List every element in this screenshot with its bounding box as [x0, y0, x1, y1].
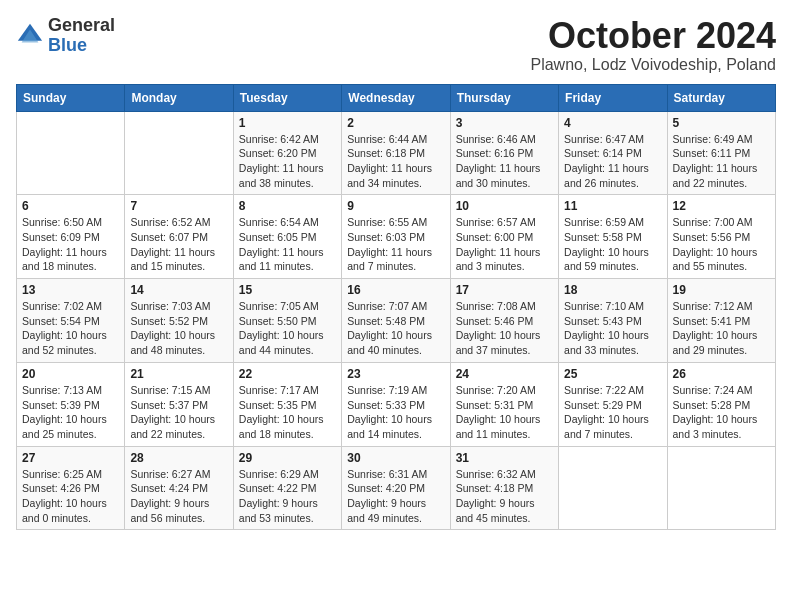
- header-row: SundayMondayTuesdayWednesdayThursdayFrid…: [17, 84, 776, 111]
- calendar-cell: 14Sunrise: 7:03 AM Sunset: 5:52 PM Dayli…: [125, 279, 233, 363]
- calendar-cell: 10Sunrise: 6:57 AM Sunset: 6:00 PM Dayli…: [450, 195, 558, 279]
- day-number: 3: [456, 116, 553, 130]
- week-row-5: 27Sunrise: 6:25 AM Sunset: 4:26 PM Dayli…: [17, 446, 776, 530]
- day-number: 1: [239, 116, 336, 130]
- day-number: 20: [22, 367, 119, 381]
- calendar-cell: 25Sunrise: 7:22 AM Sunset: 5:29 PM Dayli…: [559, 362, 667, 446]
- day-number: 11: [564, 199, 661, 213]
- logo-icon: [16, 22, 44, 50]
- day-info: Sunrise: 7:15 AM Sunset: 5:37 PM Dayligh…: [130, 383, 227, 442]
- day-number: 23: [347, 367, 444, 381]
- day-header-friday: Friday: [559, 84, 667, 111]
- day-info: Sunrise: 6:57 AM Sunset: 6:00 PM Dayligh…: [456, 215, 553, 274]
- calendar-cell: 5Sunrise: 6:49 AM Sunset: 6:11 PM Daylig…: [667, 111, 775, 195]
- day-info: Sunrise: 7:22 AM Sunset: 5:29 PM Dayligh…: [564, 383, 661, 442]
- calendar-cell: 15Sunrise: 7:05 AM Sunset: 5:50 PM Dayli…: [233, 279, 341, 363]
- calendar-cell: 1Sunrise: 6:42 AM Sunset: 6:20 PM Daylig…: [233, 111, 341, 195]
- location: Plawno, Lodz Voivodeship, Poland: [530, 56, 776, 74]
- day-info: Sunrise: 6:54 AM Sunset: 6:05 PM Dayligh…: [239, 215, 336, 274]
- day-number: 16: [347, 283, 444, 297]
- day-number: 7: [130, 199, 227, 213]
- day-info: Sunrise: 6:47 AM Sunset: 6:14 PM Dayligh…: [564, 132, 661, 191]
- day-info: Sunrise: 6:46 AM Sunset: 6:16 PM Dayligh…: [456, 132, 553, 191]
- calendar-cell: 8Sunrise: 6:54 AM Sunset: 6:05 PM Daylig…: [233, 195, 341, 279]
- day-info: Sunrise: 7:19 AM Sunset: 5:33 PM Dayligh…: [347, 383, 444, 442]
- title-block: October 2024 Plawno, Lodz Voivodeship, P…: [530, 16, 776, 74]
- calendar-cell: 18Sunrise: 7:10 AM Sunset: 5:43 PM Dayli…: [559, 279, 667, 363]
- day-number: 9: [347, 199, 444, 213]
- day-number: 8: [239, 199, 336, 213]
- day-info: Sunrise: 7:13 AM Sunset: 5:39 PM Dayligh…: [22, 383, 119, 442]
- day-info: Sunrise: 7:20 AM Sunset: 5:31 PM Dayligh…: [456, 383, 553, 442]
- week-row-2: 6Sunrise: 6:50 AM Sunset: 6:09 PM Daylig…: [17, 195, 776, 279]
- day-header-wednesday: Wednesday: [342, 84, 450, 111]
- calendar-cell: 20Sunrise: 7:13 AM Sunset: 5:39 PM Dayli…: [17, 362, 125, 446]
- day-info: Sunrise: 7:03 AM Sunset: 5:52 PM Dayligh…: [130, 299, 227, 358]
- day-header-sunday: Sunday: [17, 84, 125, 111]
- page-header: General Blue October 2024 Plawno, Lodz V…: [16, 16, 776, 74]
- day-header-tuesday: Tuesday: [233, 84, 341, 111]
- calendar-cell: 13Sunrise: 7:02 AM Sunset: 5:54 PM Dayli…: [17, 279, 125, 363]
- day-info: Sunrise: 7:05 AM Sunset: 5:50 PM Dayligh…: [239, 299, 336, 358]
- calendar-cell: 2Sunrise: 6:44 AM Sunset: 6:18 PM Daylig…: [342, 111, 450, 195]
- day-info: Sunrise: 6:52 AM Sunset: 6:07 PM Dayligh…: [130, 215, 227, 274]
- day-info: Sunrise: 6:59 AM Sunset: 5:58 PM Dayligh…: [564, 215, 661, 274]
- day-info: Sunrise: 6:25 AM Sunset: 4:26 PM Dayligh…: [22, 467, 119, 526]
- calendar-cell: 23Sunrise: 7:19 AM Sunset: 5:33 PM Dayli…: [342, 362, 450, 446]
- calendar-cell: 11Sunrise: 6:59 AM Sunset: 5:58 PM Dayli…: [559, 195, 667, 279]
- calendar-cell: 4Sunrise: 6:47 AM Sunset: 6:14 PM Daylig…: [559, 111, 667, 195]
- day-number: 21: [130, 367, 227, 381]
- day-info: Sunrise: 6:31 AM Sunset: 4:20 PM Dayligh…: [347, 467, 444, 526]
- calendar-cell: [667, 446, 775, 530]
- calendar-cell: 9Sunrise: 6:55 AM Sunset: 6:03 PM Daylig…: [342, 195, 450, 279]
- logo-text: General Blue: [48, 16, 115, 56]
- day-number: 22: [239, 367, 336, 381]
- day-header-saturday: Saturday: [667, 84, 775, 111]
- calendar-cell: 7Sunrise: 6:52 AM Sunset: 6:07 PM Daylig…: [125, 195, 233, 279]
- calendar-table: SundayMondayTuesdayWednesdayThursdayFrid…: [16, 84, 776, 531]
- calendar-cell: 29Sunrise: 6:29 AM Sunset: 4:22 PM Dayli…: [233, 446, 341, 530]
- day-number: 13: [22, 283, 119, 297]
- week-row-3: 13Sunrise: 7:02 AM Sunset: 5:54 PM Dayli…: [17, 279, 776, 363]
- day-number: 27: [22, 451, 119, 465]
- day-number: 29: [239, 451, 336, 465]
- calendar-cell: [559, 446, 667, 530]
- day-info: Sunrise: 6:32 AM Sunset: 4:18 PM Dayligh…: [456, 467, 553, 526]
- day-info: Sunrise: 6:55 AM Sunset: 6:03 PM Dayligh…: [347, 215, 444, 274]
- day-info: Sunrise: 6:50 AM Sunset: 6:09 PM Dayligh…: [22, 215, 119, 274]
- day-info: Sunrise: 7:24 AM Sunset: 5:28 PM Dayligh…: [673, 383, 770, 442]
- calendar-cell: 31Sunrise: 6:32 AM Sunset: 4:18 PM Dayli…: [450, 446, 558, 530]
- week-row-4: 20Sunrise: 7:13 AM Sunset: 5:39 PM Dayli…: [17, 362, 776, 446]
- day-info: Sunrise: 7:02 AM Sunset: 5:54 PM Dayligh…: [22, 299, 119, 358]
- calendar-cell: [17, 111, 125, 195]
- day-number: 4: [564, 116, 661, 130]
- calendar-cell: 3Sunrise: 6:46 AM Sunset: 6:16 PM Daylig…: [450, 111, 558, 195]
- calendar-cell: 26Sunrise: 7:24 AM Sunset: 5:28 PM Dayli…: [667, 362, 775, 446]
- calendar-cell: 24Sunrise: 7:20 AM Sunset: 5:31 PM Dayli…: [450, 362, 558, 446]
- day-info: Sunrise: 7:10 AM Sunset: 5:43 PM Dayligh…: [564, 299, 661, 358]
- calendar-cell: 6Sunrise: 6:50 AM Sunset: 6:09 PM Daylig…: [17, 195, 125, 279]
- calendar-cell: 16Sunrise: 7:07 AM Sunset: 5:48 PM Dayli…: [342, 279, 450, 363]
- logo-general: General: [48, 16, 115, 36]
- calendar-cell: 22Sunrise: 7:17 AM Sunset: 5:35 PM Dayli…: [233, 362, 341, 446]
- day-number: 25: [564, 367, 661, 381]
- calendar-cell: [125, 111, 233, 195]
- calendar-cell: 12Sunrise: 7:00 AM Sunset: 5:56 PM Dayli…: [667, 195, 775, 279]
- day-info: Sunrise: 6:49 AM Sunset: 6:11 PM Dayligh…: [673, 132, 770, 191]
- day-number: 28: [130, 451, 227, 465]
- day-number: 19: [673, 283, 770, 297]
- calendar-cell: 19Sunrise: 7:12 AM Sunset: 5:41 PM Dayli…: [667, 279, 775, 363]
- day-number: 26: [673, 367, 770, 381]
- logo: General Blue: [16, 16, 115, 56]
- day-info: Sunrise: 6:27 AM Sunset: 4:24 PM Dayligh…: [130, 467, 227, 526]
- day-number: 10: [456, 199, 553, 213]
- calendar-cell: 30Sunrise: 6:31 AM Sunset: 4:20 PM Dayli…: [342, 446, 450, 530]
- month-title: October 2024: [530, 16, 776, 56]
- calendar-cell: 27Sunrise: 6:25 AM Sunset: 4:26 PM Dayli…: [17, 446, 125, 530]
- day-info: Sunrise: 7:08 AM Sunset: 5:46 PM Dayligh…: [456, 299, 553, 358]
- day-number: 2: [347, 116, 444, 130]
- calendar-cell: 17Sunrise: 7:08 AM Sunset: 5:46 PM Dayli…: [450, 279, 558, 363]
- day-number: 18: [564, 283, 661, 297]
- day-info: Sunrise: 7:12 AM Sunset: 5:41 PM Dayligh…: [673, 299, 770, 358]
- day-number: 14: [130, 283, 227, 297]
